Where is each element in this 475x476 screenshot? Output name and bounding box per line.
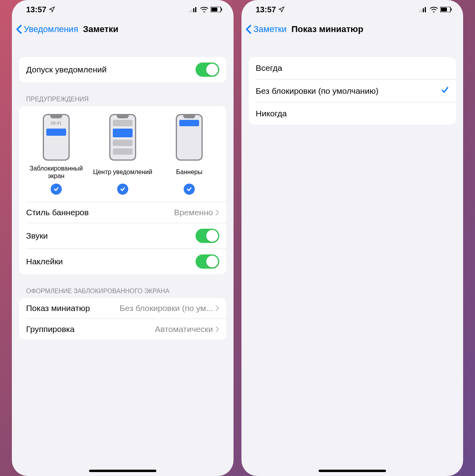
- lock-time: 09:41: [44, 121, 68, 125]
- option-when-unlocked[interactable]: Без блокировки (по умолчанию): [249, 80, 456, 102]
- alerts-grid: 09:41 Заблокированный экран: [19, 106, 226, 202]
- allow-label: Допуск уведомлений: [26, 65, 106, 74]
- chevron-right-icon: [215, 305, 219, 311]
- wifi-icon: [200, 7, 208, 12]
- svg-rect-5: [211, 8, 217, 11]
- battery-icon: [211, 7, 222, 12]
- home-indicator[interactable]: [319, 470, 386, 472]
- option-always[interactable]: Всегда: [249, 57, 456, 79]
- phone-right: 13:57 Заметки Показ миниатюр Всегда Без …: [241, 0, 463, 476]
- svg-rect-6: [221, 8, 222, 11]
- row-grouping[interactable]: Группировка Автоматически: [19, 319, 226, 339]
- option-label: Без блокировки (по умолчанию): [256, 86, 378, 96]
- status-time: 13:57: [26, 5, 46, 14]
- content-left: Допуск уведомлений ПРЕДУПРЕЖДЕНИЯ 09:41 …: [12, 40, 234, 476]
- back-label: Уведомления: [24, 24, 78, 34]
- svg-rect-2: [193, 8, 194, 12]
- phone-left: 13:57 Уведомления Заметки Допуск уведомл…: [12, 0, 234, 476]
- cellular-icon: [189, 7, 198, 12]
- location-icon: [278, 6, 285, 13]
- status-icons: [189, 7, 222, 12]
- svg-rect-7: [419, 11, 420, 12]
- sounds-label: Звуки: [26, 231, 48, 241]
- notification-center-preview-icon: [109, 114, 136, 161]
- checkmark-icon: [441, 86, 449, 96]
- svg-rect-12: [441, 8, 447, 11]
- lockscreen-header: ОФОРМЛЕНИЕ ЗАБЛОКИРОВАННОГО ЭКРАНА: [26, 288, 226, 295]
- lockscreen-preview-icon: 09:41: [43, 114, 70, 161]
- battery-icon: [440, 7, 452, 12]
- alert-option-notification-center[interactable]: Центр уведомлений: [90, 114, 156, 195]
- svg-rect-10: [425, 7, 426, 12]
- chevron-right-icon: [215, 209, 219, 216]
- banners-preview-icon: [176, 114, 203, 161]
- svg-rect-13: [451, 8, 452, 11]
- location-icon: [49, 6, 55, 13]
- cellular-icon: [419, 7, 428, 12]
- page-title: Показ миниатюр: [291, 24, 363, 34]
- chevron-right-icon: [215, 326, 219, 332]
- status-bar: 13:57: [241, 0, 463, 19]
- alert-check-icon: [117, 184, 128, 195]
- alert-label: Центр уведомлений: [93, 165, 152, 180]
- option-label: Никогда: [256, 109, 287, 118]
- alert-check-icon: [184, 184, 195, 195]
- status-bar: 13:57: [12, 0, 234, 19]
- group-alerts: 09:41 Заблокированный экран: [19, 106, 226, 274]
- row-banner-style[interactable]: Стиль баннеров Временно: [19, 202, 226, 223]
- option-label: Всегда: [256, 63, 282, 73]
- row-allow-notifications[interactable]: Допуск уведомлений: [19, 57, 226, 82]
- row-badges[interactable]: Наклейки: [19, 249, 226, 274]
- alert-label: Заблокированный экран: [23, 165, 89, 180]
- svg-rect-9: [423, 8, 424, 12]
- home-indicator[interactable]: [89, 470, 156, 472]
- svg-rect-1: [191, 9, 192, 12]
- badges-toggle[interactable]: [196, 254, 219, 269]
- previews-value: Без блокировки (по ум...: [120, 303, 213, 313]
- option-never[interactable]: Никогда: [249, 102, 456, 125]
- banner-style-value: Временно: [174, 208, 213, 217]
- svg-rect-0: [189, 11, 190, 12]
- nav-bar: Уведомления Заметки: [12, 19, 234, 40]
- alert-label: Баннеры: [176, 165, 202, 180]
- nav-bar: Заметки Показ миниатюр: [241, 19, 463, 40]
- row-sounds[interactable]: Звуки: [19, 223, 226, 248]
- badges-label: Наклейки: [26, 257, 63, 266]
- previews-label: Показ миниатюр: [26, 303, 90, 313]
- page-title: Заметки: [83, 24, 119, 34]
- wifi-icon: [430, 7, 438, 12]
- alert-check-icon: [51, 184, 62, 195]
- alert-option-lockscreen[interactable]: 09:41 Заблокированный экран: [23, 114, 89, 195]
- group-lockscreen: Показ миниатюр Без блокировки (по ум... …: [19, 298, 226, 339]
- row-show-previews[interactable]: Показ миниатюр Без блокировки (по ум...: [19, 298, 226, 319]
- group-allow: Допуск уведомлений: [19, 57, 226, 82]
- content-right: Всегда Без блокировки (по умолчанию) Ник…: [241, 40, 463, 476]
- alert-option-banners[interactable]: Баннеры: [156, 114, 222, 195]
- chevron-left-icon: [16, 25, 22, 34]
- back-label: Заметки: [253, 24, 287, 34]
- grouping-value: Автоматически: [155, 324, 213, 334]
- alerts-header: ПРЕДУПРЕЖДЕНИЯ: [26, 96, 226, 103]
- status-icons: [419, 7, 452, 12]
- back-button[interactable]: Заметки: [245, 24, 287, 34]
- sounds-toggle[interactable]: [196, 229, 219, 243]
- chevron-left-icon: [245, 25, 252, 34]
- banner-style-label: Стиль баннеров: [26, 208, 89, 217]
- back-button[interactable]: Уведомления: [16, 24, 78, 34]
- allow-toggle[interactable]: [196, 63, 219, 77]
- svg-rect-8: [421, 9, 422, 12]
- grouping-label: Группировка: [26, 324, 74, 334]
- svg-rect-3: [195, 7, 196, 12]
- status-time: 13:57: [256, 5, 276, 14]
- group-preview-options: Всегда Без блокировки (по умолчанию) Ник…: [249, 57, 456, 125]
